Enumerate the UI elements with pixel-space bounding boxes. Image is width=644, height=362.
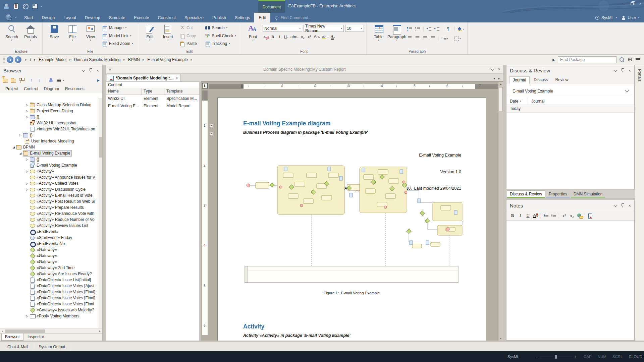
browser-bottom-tab-inspector[interactable]: Inspector bbox=[24, 334, 47, 341]
find-command-input[interactable] bbox=[281, 15, 334, 20]
tree-item[interactable]: «Gateway» bbox=[0, 253, 99, 259]
font-button-font[interactable]: Font▾ bbox=[244, 23, 262, 41]
insert-document-button[interactable] bbox=[587, 213, 593, 219]
expander-icon[interactable]: ◢ bbox=[11, 146, 16, 149]
numbered-list-button[interactable] bbox=[415, 25, 421, 32]
new-package-icon[interactable] bbox=[3, 78, 8, 83]
ribbon-tab-develop[interactable]: Develop bbox=[80, 13, 105, 22]
column-header-type[interactable]: Type bbox=[142, 88, 164, 95]
ribbon-tab-start[interactable]: Start bbox=[20, 13, 37, 22]
zoom-out-icon[interactable]: – bbox=[536, 355, 538, 359]
ribbon-tab-simulate[interactable]: Simulate bbox=[105, 13, 130, 22]
scrollbar-thumb[interactable] bbox=[99, 137, 102, 158]
font-color-button[interactable]: A▾ bbox=[533, 213, 538, 219]
breadcrumb-item-bpmn[interactable]: BPMN bbox=[128, 57, 140, 62]
subscript-button[interactable]: x₂ bbox=[569, 213, 575, 219]
expander-icon[interactable]: ▷ bbox=[24, 315, 30, 318]
tree-item[interactable]: «EndEvent» bbox=[0, 229, 99, 235]
button-model-link[interactable]: Model Link▾ bbox=[102, 33, 133, 39]
browser-tab-project[interactable]: Project bbox=[3, 85, 20, 93]
breadcrumb-item-e-mail-voting-example[interactable]: E-mail Voting Example bbox=[147, 57, 188, 62]
tree-item[interactable]: ◢E-mail Voting Example bbox=[0, 150, 99, 156]
discuss-tab-journal[interactable]: Journal bbox=[509, 76, 530, 84]
explore-button-search[interactable]: Search▾ bbox=[3, 23, 21, 41]
align-left-button[interactable] bbox=[407, 35, 413, 42]
expander-icon[interactable]: ▷ bbox=[24, 182, 30, 185]
format-highlight-button[interactable]: ▾ bbox=[321, 34, 329, 40]
find-command-box[interactable] bbox=[275, 13, 334, 22]
table-row[interactable]: E-mail Voting E...ElementModel Report bbox=[106, 102, 199, 110]
button-manage[interactable]: Manage▾ bbox=[102, 24, 133, 31]
expander-icon[interactable]: ▷ bbox=[24, 116, 30, 119]
menu-icon[interactable] bbox=[635, 57, 641, 62]
browser-horizontal-scrollbar[interactable]: ◂ ▸ bbox=[0, 328, 102, 333]
ribbon-tab-design[interactable]: Design bbox=[37, 13, 59, 22]
tab-stop-selector[interactable]: L bbox=[202, 83, 208, 88]
tree-item[interactable]: «DataObject» Issue List[Initial] bbox=[0, 277, 99, 283]
browser-vertical-scrollbar[interactable] bbox=[99, 98, 102, 328]
dock-tab-discuss-review[interactable]: Discuss & Review bbox=[507, 190, 545, 198]
perspective-selector[interactable]: SysML bbox=[601, 15, 614, 20]
table-row[interactable]: Win32 UIElementSpecification M... bbox=[106, 95, 199, 102]
close-tab-icon[interactable]: × bbox=[175, 76, 178, 80]
breadcrumb-item-domain-specific-modeling[interactable]: Domain Specific Modeling bbox=[74, 57, 121, 62]
format-abc-button[interactable]: abc▾ bbox=[290, 34, 299, 40]
tree-item[interactable]: «DataObject» Issue Votes [Ajust bbox=[0, 283, 99, 289]
user-menu[interactable]: User bbox=[628, 15, 636, 20]
breadcrumb-expand-icon[interactable]: ▶ bbox=[552, 58, 555, 62]
zoom-thumb[interactable] bbox=[555, 355, 557, 359]
file-button-view[interactable]: View▾ bbox=[82, 23, 100, 41]
browser-tab-diagram[interactable]: Diagram bbox=[41, 85, 62, 93]
close-icon[interactable]: × bbox=[628, 203, 631, 208]
tree-item[interactable]: «Gateway» Are Issues Ready? bbox=[0, 271, 99, 277]
dock-tab-dmn-simulation[interactable]: DMN Simulation bbox=[571, 191, 605, 198]
format-i-button[interactable]: I bbox=[276, 34, 282, 40]
column-header-name[interactable]: Name bbox=[106, 88, 142, 95]
tree-item[interactable]: «Activity» Review Issues List bbox=[0, 223, 99, 229]
expander-icon[interactable]: ▷ bbox=[24, 104, 30, 107]
zoom-slider[interactable]: – + bbox=[536, 355, 577, 359]
breadcrumb-item-[interactable]: / bbox=[30, 57, 31, 62]
app-logo-caret-icon[interactable]: ▾ bbox=[15, 16, 16, 22]
move-up-icon[interactable] bbox=[30, 78, 35, 83]
column-header-template[interactable]: Template bbox=[164, 88, 199, 95]
tree-item[interactable]: ▷{} bbox=[0, 156, 99, 162]
fill-color-button[interactable]: ▾ bbox=[457, 25, 465, 32]
discuss-tab-discuss[interactable]: Discuss bbox=[530, 76, 551, 84]
chevron-down-icon[interactable] bbox=[491, 67, 494, 70]
element-selector[interactable]: E-mail Voting Example bbox=[509, 86, 632, 96]
restore-button[interactable] bbox=[631, 2, 634, 5]
find-package-input[interactable] bbox=[558, 56, 616, 63]
ribbon-tab-execute[interactable]: Execute bbox=[129, 13, 153, 22]
collapse-marker[interactable] bbox=[210, 124, 213, 127]
expander-icon[interactable]: ▷ bbox=[24, 170, 30, 173]
format-x-button[interactable]: x₂ bbox=[300, 34, 306, 40]
format-b-button[interactable]: B bbox=[270, 34, 276, 40]
document-tab[interactable]: *Domain Specific Modeling::... × bbox=[107, 74, 181, 81]
app-logo-icon[interactable] bbox=[5, 14, 12, 21]
tree-item[interactable]: «Activity» Reduce Number of Vo bbox=[0, 217, 99, 223]
button-tracking[interactable]: Tracking▾ bbox=[205, 40, 236, 47]
paragraph-button-table[interactable]: Table▾ bbox=[370, 23, 388, 41]
zoom-in-icon[interactable]: + bbox=[574, 355, 577, 359]
bullet-list-button[interactable] bbox=[543, 213, 549, 219]
zoom-track[interactable] bbox=[540, 357, 572, 357]
new-diagram-icon[interactable] bbox=[19, 78, 24, 83]
tree-item[interactable]: «Gateway» bbox=[0, 259, 99, 265]
paragraph-button-paragraph[interactable]: Paragraph▾ bbox=[388, 23, 406, 41]
underline-button[interactable]: U bbox=[525, 213, 531, 219]
minimize-button[interactable]: – bbox=[623, 1, 625, 6]
numbered-list-button[interactable] bbox=[551, 213, 556, 219]
hyperlink-button[interactable] bbox=[577, 213, 582, 219]
tree-item[interactable]: ▷Project Event Dialog bbox=[0, 108, 99, 114]
new-folder-icon[interactable] bbox=[11, 78, 16, 83]
file-button-save[interactable]: Save bbox=[45, 23, 63, 41]
tree-item[interactable]: «Gateway» 2nd Time bbox=[0, 265, 99, 271]
breadcrumb-item-example-model[interactable]: Example Model bbox=[39, 57, 66, 62]
tree-item[interactable]: User Interface Modeling bbox=[0, 138, 99, 144]
pin-icon[interactable] bbox=[621, 203, 624, 208]
tab-scroll-left-icon[interactable]: ◂ bbox=[493, 77, 495, 80]
close-icon[interactable]: × bbox=[628, 68, 631, 73]
ribbon-tab-settings[interactable]: Settings bbox=[230, 13, 254, 22]
close-icon[interactable]: × bbox=[498, 67, 500, 72]
